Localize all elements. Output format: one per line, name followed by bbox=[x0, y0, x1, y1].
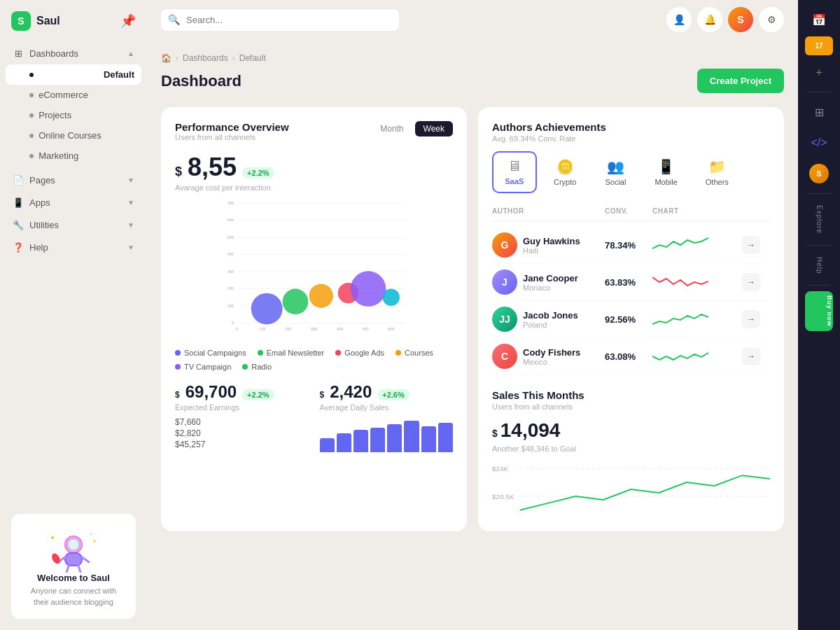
cat-tab-others[interactable]: 📁 Others bbox=[694, 151, 740, 193]
svg-text:0: 0 bbox=[232, 321, 234, 325]
sidebar-item-marketing[interactable]: Marketing bbox=[6, 146, 141, 166]
mini-bar bbox=[370, 428, 385, 452]
cat-tab-social[interactable]: 👥 Social bbox=[593, 151, 638, 193]
topbar-avatar-small[interactable]: 👤 bbox=[666, 7, 692, 32]
sidebar-item-label: Help bbox=[29, 242, 48, 253]
nav-dot bbox=[29, 93, 34, 97]
sales-subtitle: Users from all channels bbox=[492, 402, 770, 411]
breadcrumb-home-icon[interactable]: 🏠 bbox=[161, 53, 172, 63]
legend-google-ads: Google Ads bbox=[335, 349, 384, 357]
authors-title: Authors Achievements bbox=[492, 121, 770, 133]
pages-icon: 📄 bbox=[13, 174, 24, 186]
daily-sales-badge: +2.6% bbox=[377, 389, 410, 400]
rp-plus-icon[interactable]: ＋ bbox=[805, 58, 833, 86]
svg-point-35 bbox=[251, 293, 283, 325]
category-tabs: 🖥 SaaS 🪙 Crypto 👥 Social 📱 bbox=[492, 151, 770, 193]
logo-icon: S bbox=[11, 11, 31, 31]
main-content: 🏠 › Dashboards › Default Dashboard Creat… bbox=[147, 39, 798, 545]
sidebar: S Saul 📌 ⊞ Dashboards ▲ Default bbox=[0, 0, 147, 630]
table-row: JJ Jacob Jones Poland 92.56% bbox=[492, 301, 770, 338]
cat-tab-crypto[interactable]: 🪙 Crypto bbox=[542, 151, 587, 193]
chart-sparkline bbox=[652, 309, 708, 330]
search-input[interactable] bbox=[161, 9, 399, 31]
earnings-item-1: $7,660 bbox=[175, 417, 309, 427]
legend-social: Social Campaigns bbox=[175, 349, 246, 357]
legend-courses: Courses bbox=[396, 349, 433, 357]
daily-sales-amount: 2,420 bbox=[330, 382, 372, 402]
sidebar-item-ecommerce[interactable]: eCommerce bbox=[6, 85, 141, 105]
view-button[interactable]: → bbox=[742, 347, 760, 365]
topbar-notifications[interactable]: 🔔 bbox=[697, 7, 722, 32]
mini-bar bbox=[421, 426, 436, 453]
topbar-right: 👤 🔔 S ⚙ bbox=[666, 7, 784, 32]
sidebar-item-default[interactable]: Default bbox=[6, 64, 141, 85]
tab-week[interactable]: Week bbox=[415, 121, 453, 136]
conv-rate: 92.56% bbox=[605, 314, 647, 325]
col-conv: CONV. bbox=[605, 207, 647, 215]
table-row: J Jane Cooper Monaco 63.83% bbox=[492, 264, 770, 301]
svg-text:$20.5K: $20.5K bbox=[492, 493, 514, 500]
app-logo[interactable]: S Saul bbox=[11, 11, 60, 31]
sidebar-item-label: Utilities bbox=[29, 220, 59, 230]
earnings-item-2: $2,820 bbox=[175, 428, 309, 438]
svg-text:200: 200 bbox=[227, 286, 234, 290]
nav-dot bbox=[29, 154, 34, 158]
sidebar-item-apps[interactable]: 📱 Apps ▼ bbox=[6, 191, 141, 214]
astronaut-illustration bbox=[46, 531, 102, 573]
nav-dot bbox=[29, 73, 34, 77]
author-name: Guy Hawkins bbox=[523, 236, 580, 246]
svg-text:100: 100 bbox=[227, 304, 234, 308]
authors-header: Authors Achievements Avg. 69.34% Conv. R… bbox=[492, 121, 770, 143]
conv-rate: 63.08% bbox=[605, 351, 647, 362]
svg-point-2 bbox=[68, 539, 79, 550]
topbar-settings[interactable]: ⚙ bbox=[759, 7, 784, 32]
help-icon: ❓ bbox=[13, 241, 24, 253]
rp-badge-number[interactable]: 17 bbox=[805, 36, 833, 55]
sales-month-section: Sales This Months Users from all channel… bbox=[492, 389, 770, 517]
sales-amount: 14,094 bbox=[500, 419, 561, 442]
legend-tv: TV Campaign bbox=[175, 363, 231, 371]
pin-icon[interactable]: 📌 bbox=[120, 13, 136, 29]
sidebar-item-label: Pages bbox=[29, 175, 55, 186]
legend-email: Email Newsletter bbox=[258, 349, 325, 357]
rp-help-label[interactable]: Help bbox=[813, 251, 826, 280]
breadcrumb-current: Default bbox=[239, 53, 266, 63]
sidebar-item-dashboards[interactable]: ⊞ Dashboards ▲ bbox=[6, 42, 141, 64]
rp-grid-icon[interactable]: ⊞ bbox=[805, 98, 833, 126]
search-box[interactable]: 🔍 bbox=[161, 9, 399, 31]
sidebar-item-label: Dashboards bbox=[29, 48, 78, 59]
breadcrumb-dashboards[interactable]: Dashboards bbox=[183, 53, 228, 63]
mini-bar bbox=[387, 424, 402, 452]
cat-tab-mobile[interactable]: 📱 Mobile bbox=[643, 151, 688, 193]
sidebar-item-projects[interactable]: Projects bbox=[6, 105, 141, 125]
table-header: AUTHOR CONV. CHART bbox=[492, 204, 770, 221]
authors-card: Authors Achievements Avg. 69.34% Conv. R… bbox=[478, 107, 784, 531]
performance-card: Performance Overview Users from all chan… bbox=[161, 107, 467, 531]
sidebar-item-online-courses[interactable]: Online Courses bbox=[6, 125, 141, 146]
chart-sparkline bbox=[652, 234, 708, 255]
rp-avatar-icon[interactable]: S bbox=[805, 160, 833, 188]
tab-month[interactable]: Month bbox=[372, 121, 412, 136]
rp-code-icon[interactable]: </> bbox=[805, 129, 833, 157]
view-button[interactable]: → bbox=[742, 273, 760, 291]
sidebar-item-help[interactable]: ❓ Help ▼ bbox=[6, 236, 141, 258]
author-avatar: G bbox=[492, 232, 517, 258]
conv-rate: 78.34% bbox=[605, 240, 647, 251]
svg-rect-1 bbox=[65, 553, 82, 566]
nav-dot bbox=[29, 134, 34, 138]
view-button[interactable]: → bbox=[742, 310, 760, 328]
chevron-icon: ▲ bbox=[127, 50, 134, 57]
rp-calendar-icon[interactable]: 📅 bbox=[805, 6, 833, 34]
svg-text:500: 500 bbox=[362, 327, 369, 331]
content-inner: 🔍 👤 🔔 S ⚙ 🏠 › Dashboards › Default bbox=[147, 0, 798, 630]
rp-buy-now-button[interactable]: Buy now bbox=[805, 291, 833, 331]
sidebar-item-utilities[interactable]: 🔧 Utilities ▼ bbox=[6, 214, 141, 236]
user-avatar[interactable]: S bbox=[728, 7, 753, 32]
cat-tab-saas[interactable]: 🖥 SaaS bbox=[492, 151, 537, 193]
author-name: Jacob Jones bbox=[523, 310, 578, 321]
create-project-button[interactable]: Create Project bbox=[697, 69, 784, 93]
view-button[interactable]: → bbox=[742, 236, 760, 254]
rp-explore-label[interactable]: Explore bbox=[813, 200, 826, 239]
authors-subtitle: Avg. 69.34% Conv. Rate bbox=[492, 134, 770, 143]
sidebar-item-pages[interactable]: 📄 Pages ▼ bbox=[6, 169, 141, 191]
